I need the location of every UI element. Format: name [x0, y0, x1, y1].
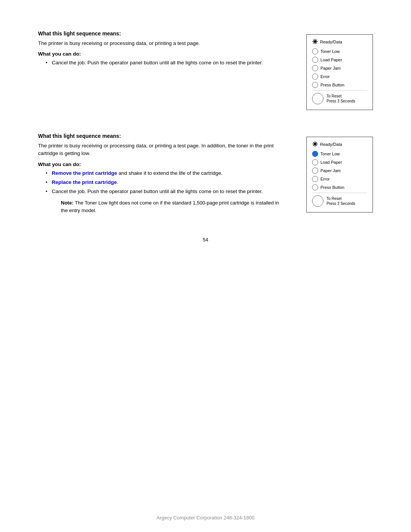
- light-loadpaper-1: [312, 57, 318, 63]
- label-paperjam-1: Paper Jam: [320, 66, 341, 70]
- light-error-2: [312, 176, 318, 182]
- panel-row-paperjam-2: Paper Jam: [312, 168, 367, 174]
- light-pressbutton-1: [312, 82, 318, 88]
- panel-divider-2: [312, 193, 367, 193]
- label-error-1: Error: [320, 74, 330, 79]
- section-2: What this light sequence means: The prin…: [38, 133, 373, 214]
- panel-row-ready-2: ✳ Ready/Data: [312, 141, 367, 148]
- footer: Argecy Computer Corporation 248-324-1800: [0, 515, 411, 521]
- panel-row-toner-1: Toner Low: [312, 48, 367, 54]
- bullet-1-after: .: [117, 179, 118, 185]
- section-1: What this light sequence means: The prin…: [38, 30, 373, 110]
- reset-label1-1: To Reset: [327, 94, 341, 98]
- panel-row-ready-1: ✳ Ready/Data: [312, 38, 367, 45]
- reset-row-2: To Reset Press 3 Seconds: [312, 195, 367, 207]
- bullet-0-after: and shake it to extend the life of the c…: [117, 170, 223, 176]
- note-label: Note:: [61, 200, 73, 206]
- printer-panel-1: ✳ Ready/Data Toner Low Load Paper Paper …: [306, 34, 373, 110]
- section-2-subheading: What you can do:: [38, 161, 285, 167]
- section-1-bullets: Cancel the job. Push the operator panel …: [46, 59, 285, 67]
- list-item: Replace the print cartridge.: [46, 179, 285, 186]
- section-2-text: What this light sequence means: The prin…: [38, 133, 285, 214]
- printer-panel-2: ✳ Ready/Data Toner Low Load Paper Paper …: [306, 137, 373, 212]
- reset-label2-1: Press 3 Seconds: [327, 99, 355, 103]
- light-toner-1: [312, 48, 318, 54]
- reset-label2-2: Press 3 Seconds: [327, 201, 355, 206]
- section-1-panel-area: ✳ Ready/Data Toner Low Load Paper Paper …: [297, 30, 373, 110]
- section-2-heading: What this light sequence means:: [38, 133, 285, 139]
- light-error-1: [312, 73, 318, 80]
- list-item: Remove the print cartridge and shake it …: [46, 169, 285, 177]
- light-pressbutton-2: [312, 184, 318, 190]
- page-number: 54: [38, 237, 373, 243]
- panel-row-loadpaper-2: Load Paper: [312, 159, 367, 165]
- reset-row-1: To Reset Press 3 Seconds: [312, 93, 367, 104]
- panel-row-paperjam-1: Paper Jam: [312, 65, 367, 71]
- remove-cartridge-link[interactable]: Remove the print cartridge: [52, 170, 117, 176]
- note-text: The Toner Low light does not come on if …: [61, 200, 279, 213]
- label-loadpaper-1: Load Paper: [320, 58, 342, 62]
- label-toner-1: Toner Low: [320, 49, 340, 54]
- light-toner-2: [312, 151, 318, 157]
- reset-label1-2: To Reset: [327, 197, 341, 201]
- section-2-bullets: Remove the print cartridge and shake it …: [46, 169, 285, 196]
- list-item: Cancel the job. Push the operator panel …: [46, 59, 285, 67]
- ready-blink-icon-1: ✳: [312, 38, 318, 45]
- replace-cartridge-link[interactable]: Replace the print cartridge: [52, 179, 117, 185]
- panel-row-loadpaper-1: Load Paper: [312, 57, 367, 63]
- panel-row-toner-2: Toner Low: [312, 151, 367, 157]
- label-paperjam-2: Paper Jam: [320, 168, 341, 173]
- reset-button-2: [312, 195, 323, 207]
- section-1-text: What this light sequence means: The prin…: [38, 30, 285, 110]
- label-toner-2: Toner Low: [320, 152, 340, 156]
- ready-label-1: Ready/Data: [320, 40, 342, 44]
- reset-button-1: [312, 93, 323, 104]
- panel-row-error-1: Error: [312, 73, 367, 80]
- section-1-subheading: What you can do:: [38, 51, 285, 57]
- section-1-heading: What this light sequence means:: [38, 30, 285, 37]
- section-1-body: The printer is busy receiving or process…: [38, 40, 285, 47]
- light-paperjam-2: [312, 168, 318, 174]
- ready-blink-icon-2: ✳: [312, 141, 318, 148]
- section-2-panel-area: ✳ Ready/Data Toner Low Load Paper Paper …: [297, 133, 373, 214]
- label-error-2: Error: [320, 177, 330, 181]
- note-block: Note: The Toner Low light does not come …: [61, 199, 285, 214]
- reset-label-2: To Reset Press 3 Seconds: [327, 196, 355, 206]
- panel-row-pressbutton-2: Press Button: [312, 184, 367, 190]
- label-loadpaper-2: Load Paper: [320, 160, 342, 165]
- light-loadpaper-2: [312, 159, 318, 165]
- ready-label-2: Ready/Data: [320, 142, 342, 147]
- panel-row-error-2: Error: [312, 176, 367, 182]
- panel-row-pressbutton-1: Press Button: [312, 82, 367, 88]
- section-2-body: The printer is busy receiving or process…: [38, 142, 285, 158]
- reset-label-1: To Reset Press 3 Seconds: [327, 94, 355, 104]
- label-pressbutton-2: Press Button: [320, 185, 344, 190]
- light-paperjam-1: [312, 65, 318, 71]
- label-pressbutton-1: Press Button: [320, 83, 344, 87]
- panel-divider-1: [312, 90, 367, 91]
- list-item: Cancel the job. Push the operator panel …: [46, 188, 285, 195]
